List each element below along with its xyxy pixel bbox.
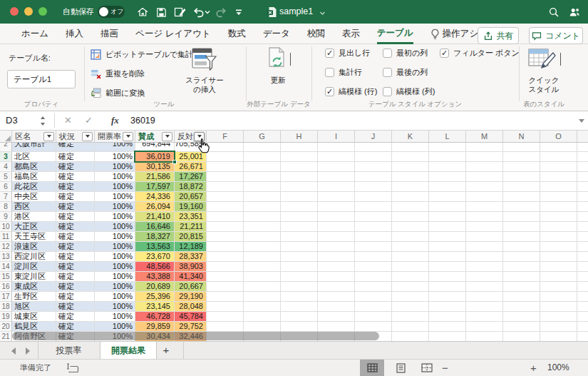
cell-no-votes[interactable]: 20,667	[175, 282, 207, 292]
cell-empty[interactable]	[577, 292, 588, 302]
minimize-window-button[interactable]	[24, 7, 33, 16]
cell-empty[interactable]	[355, 162, 392, 172]
cell-empty[interactable]	[281, 192, 318, 202]
cell-empty[interactable]	[318, 182, 355, 192]
unchecked-checkbox-icon[interactable]	[383, 87, 392, 96]
cell-empty[interactable]	[577, 322, 588, 332]
row-number[interactable]: 12	[0, 242, 12, 252]
column-header-L[interactable]: L	[429, 131, 466, 143]
cell-count-rate[interactable]: 100%	[95, 312, 135, 322]
ribbon-tab-ページ レイアウト[interactable]: ページ レイアウト	[135, 24, 211, 44]
cell-empty[interactable]	[503, 322, 540, 332]
cell-status[interactable]: 確定	[56, 322, 95, 332]
cell-no-votes[interactable]: 28,048	[175, 302, 207, 312]
cell-empty[interactable]	[503, 192, 540, 202]
cell-empty[interactable]	[281, 262, 318, 272]
filter-button-kaihyouritsu[interactable]	[123, 132, 133, 141]
cell-empty[interactable]	[244, 222, 281, 232]
cell-no-votes[interactable]: 41,340	[175, 272, 207, 282]
insert-slicer-button[interactable]	[190, 47, 217, 74]
cell-count-rate[interactable]: 100%	[95, 292, 135, 302]
cell-no-votes[interactable]: 20,815	[175, 232, 207, 242]
cell-count-rate[interactable]: 100%	[95, 152, 135, 162]
filter-button-kumei[interactable]	[43, 132, 54, 141]
cell-yes-votes[interactable]: 30,135	[135, 162, 175, 172]
cell-count-rate[interactable]: 100%	[95, 272, 135, 282]
cell-empty[interactable]	[540, 282, 577, 292]
column-header-kumei[interactable]: 区名	[12, 131, 56, 143]
cell-empty[interactable]	[577, 262, 588, 272]
cell-empty[interactable]	[577, 152, 588, 162]
cell-empty[interactable]	[355, 172, 392, 182]
row-number[interactable]: 13	[0, 252, 12, 262]
cell-empty[interactable]	[281, 152, 318, 162]
cell-status[interactable]: 確定	[56, 143, 95, 152]
cell-empty[interactable]	[244, 312, 281, 322]
cell-empty[interactable]	[429, 322, 466, 332]
cell-empty[interactable]	[540, 262, 577, 272]
cell-empty[interactable]	[281, 182, 318, 192]
cell-status[interactable]: 確定	[56, 282, 95, 292]
row-number[interactable]: 17	[0, 292, 12, 302]
cell-empty[interactable]	[244, 212, 281, 222]
close-window-button[interactable]	[10, 7, 19, 16]
cell-empty[interactable]	[429, 152, 466, 162]
cell-empty[interactable]	[392, 292, 429, 302]
cell-empty[interactable]	[318, 143, 355, 152]
cell-empty[interactable]	[318, 162, 355, 172]
cell-yes-votes[interactable]: 46,728	[135, 312, 175, 322]
row-number[interactable]: 10	[0, 222, 12, 232]
search-icon[interactable]	[547, 6, 560, 19]
cell-ward-name[interactable]: 北区	[12, 152, 56, 162]
cell-empty[interactable]	[540, 232, 577, 242]
cell-yes-votes[interactable]: 16,646	[135, 222, 175, 232]
ribbon-tab-校閲[interactable]: 校閲	[307, 24, 325, 44]
cell-empty[interactable]	[281, 322, 318, 332]
cell-empty[interactable]	[281, 212, 318, 222]
cell-empty[interactable]	[429, 143, 466, 152]
cell-empty[interactable]	[466, 252, 503, 262]
cell-empty[interactable]	[318, 322, 355, 332]
cell-no-votes[interactable]: 26,671	[175, 162, 207, 172]
cell-empty[interactable]	[540, 152, 577, 162]
cell-empty[interactable]	[540, 143, 577, 152]
cell-empty[interactable]	[466, 242, 503, 252]
cell-empty[interactable]	[466, 272, 503, 282]
cell-empty[interactable]	[355, 302, 392, 312]
select-all-corner[interactable]	[0, 131, 12, 143]
fill-handle[interactable]	[172, 160, 177, 164]
cell-empty[interactable]	[503, 332, 540, 341]
autosave-toggle[interactable]: オフ	[98, 6, 125, 18]
cell-count-rate[interactable]: 100%	[95, 252, 135, 262]
cell-empty[interactable]	[392, 172, 429, 182]
cell-no-votes[interactable]: 29,190	[175, 292, 207, 302]
cell-empty[interactable]	[466, 172, 503, 182]
cell-empty[interactable]	[244, 202, 281, 212]
cell-empty[interactable]	[429, 252, 466, 262]
cell-yes-votes[interactable]: 23,145	[135, 302, 175, 312]
row-number[interactable]: 15	[0, 272, 12, 282]
cell-empty[interactable]	[466, 182, 503, 192]
cell-no-votes[interactable]: 45,784	[175, 312, 207, 322]
column-header-M[interactable]: M	[466, 131, 503, 143]
cell-ward-name[interactable]: 城東区	[12, 312, 56, 322]
cell-empty[interactable]	[392, 182, 429, 192]
filter-button-joukyou[interactable]	[82, 132, 93, 141]
cell-ward-name[interactable]: 浪速区	[12, 242, 56, 252]
cell-ward-name[interactable]: 都島区	[12, 162, 56, 172]
cell-empty[interactable]	[577, 202, 588, 212]
cell-no-votes[interactable]: 29,752	[175, 322, 207, 332]
cell-empty[interactable]	[207, 272, 244, 282]
cell-empty[interactable]	[392, 202, 429, 212]
cell-status[interactable]: 確定	[56, 252, 95, 262]
checked-checkbox-icon[interactable]: ✓	[440, 49, 449, 58]
table-name-input[interactable]: テーブル1	[7, 70, 76, 88]
cell-yes-votes[interactable]: 48,566	[135, 262, 175, 272]
page-layout-view-button[interactable]	[388, 360, 413, 376]
cell-empty[interactable]	[318, 152, 355, 162]
cell-empty[interactable]	[244, 252, 281, 262]
cell-empty[interactable]	[207, 222, 244, 232]
ribbon-tab-表示[interactable]: 表示	[342, 24, 360, 44]
cell-empty[interactable]	[355, 182, 392, 192]
cell-ward-name[interactable]: 西区	[12, 202, 56, 212]
